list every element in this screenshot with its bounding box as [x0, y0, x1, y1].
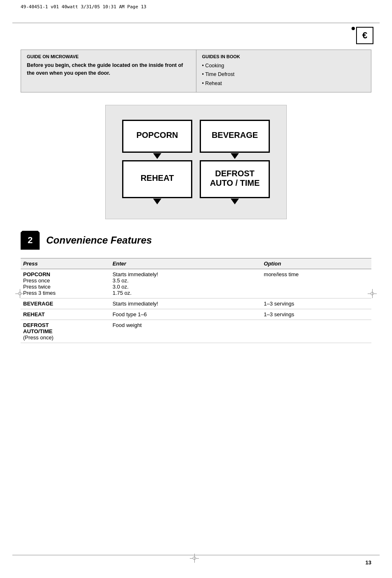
enter-cell-0: Starts immediately!3.5 oz.3.0 oz.1.75 oz…: [110, 269, 262, 298]
beverage-arrow: [231, 153, 239, 159]
col-enter: Enter: [110, 258, 262, 269]
reheat-label: REHEAT: [141, 173, 174, 183]
section-number: 2: [21, 231, 40, 250]
corner-icon: €: [356, 27, 373, 44]
page-border-top: [12, 23, 380, 23]
guides-left: GUIDE ON MICROWAVE Before you begin, che…: [21, 50, 196, 92]
guides-item-timedefrost: Time Defrost: [202, 70, 366, 79]
enter-cell-1: Starts immediately!: [110, 298, 262, 309]
features-table: Press Enter Option POPCORNPress oncePres…: [21, 258, 371, 343]
press-cell-2: REHEAT: [21, 309, 110, 320]
table-row: DEFROSTAUTO/TIME(Press once)Food weight: [21, 320, 371, 343]
popcorn-button[interactable]: POPCORN: [122, 120, 192, 153]
guides-item-cooking: Cooking: [202, 62, 366, 70]
main-content: GUIDE ON MICROWAVE Before you begin, che…: [21, 50, 371, 343]
beverage-label: BEVERAGE: [212, 130, 258, 140]
guides-left-body: Before you begin, check the guide locate…: [27, 62, 190, 77]
guides-box: GUIDE ON MICROWAVE Before you begin, che…: [21, 50, 371, 92]
defrost-button[interactable]: DEFROST AUTO / TIME: [200, 160, 270, 198]
button-panel: POPCORN BEVERAGE REHEAT DEFROST AUTO / T…: [105, 105, 287, 219]
crosshair-left: [15, 289, 24, 298]
defrost-label1: DEFROST: [215, 169, 255, 178]
defrost-label2: AUTO / TIME: [210, 178, 260, 188]
guides-right-list: Cooking Time Defrost Reheat: [202, 62, 366, 88]
crosshair-bottom: [190, 554, 199, 563]
enter-cell-3: Food weight: [110, 320, 262, 343]
enter-cell-2: Food type 1–6: [110, 309, 262, 320]
guides-left-title: GUIDE ON MICROWAVE: [27, 54, 190, 59]
table-row: REHEATFood type 1–61–3 servings: [21, 309, 371, 320]
corner-dot: [352, 27, 355, 30]
corner-symbol: €: [362, 30, 367, 41]
page-header: 49-40451-1 v01 40watt 3/31/05 10:31 AM P…: [21, 4, 146, 9]
press-cell-0: POPCORNPress oncePress twicePress 3 time…: [21, 269, 110, 298]
table-row: BEVERAGEStarts immediately!1–3 servings: [21, 298, 371, 309]
col-press: Press: [21, 258, 110, 269]
press-cell-1: BEVERAGE: [21, 298, 110, 309]
reheat-arrow: [153, 199, 161, 204]
defrost-arrow: [231, 199, 239, 204]
beverage-button[interactable]: BEVERAGE: [200, 120, 270, 153]
table-header-row: Press Enter Option: [21, 258, 371, 269]
section-title: Convenience Features: [46, 235, 152, 246]
table-row: POPCORNPress oncePress twicePress 3 time…: [21, 269, 371, 298]
crosshair-right: [368, 289, 377, 298]
option-cell-1: 1–3 servings: [261, 298, 371, 309]
guides-right: GUIDES IN BOOK Cooking Time Defrost Rehe…: [196, 50, 371, 92]
option-cell-2: 1–3 servings: [261, 309, 371, 320]
option-cell-3: [261, 320, 371, 343]
guides-right-title: GUIDES IN BOOK: [202, 54, 366, 59]
reheat-button[interactable]: REHEAT: [122, 160, 192, 198]
popcorn-label: POPCORN: [136, 130, 178, 140]
option-cell-0: more/less time: [261, 269, 371, 298]
popcorn-arrow: [153, 153, 161, 159]
page-number: 13: [366, 559, 371, 566]
col-option: Option: [261, 258, 371, 269]
button-grid: POPCORN BEVERAGE REHEAT DEFROST AUTO / T…: [122, 120, 270, 198]
section-heading: 2 Convenience Features: [21, 231, 371, 250]
guides-item-reheat: Reheat: [202, 79, 366, 88]
press-cell-3: DEFROSTAUTO/TIME(Press once): [21, 320, 110, 343]
